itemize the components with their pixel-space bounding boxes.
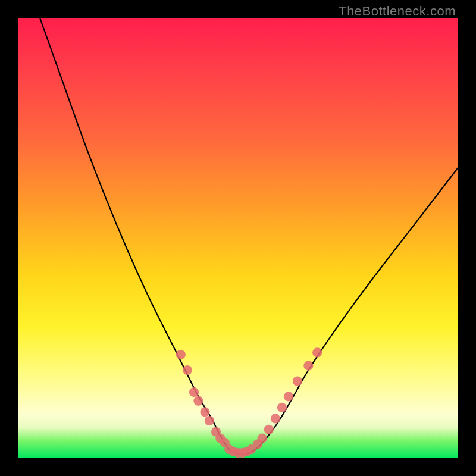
curve-marker [189,387,199,397]
curve-marker [293,376,302,386]
curve-marker [312,347,322,357]
chart-frame: TheBottleneck.com [0,0,476,476]
curve-marker [176,350,186,359]
watermark-text: TheBottleneck.com [339,4,456,19]
v-curve-line [40,18,458,455]
chart-svg [18,18,458,458]
curve-marker [271,414,280,423]
plot-area [18,18,458,458]
curve-marker [205,416,214,425]
curve-marker [183,365,192,375]
curve-marker [200,407,209,416]
curve-marker [264,425,274,434]
curve-marker [193,396,203,406]
curve-marker [284,392,293,401]
curve-marker [277,403,287,412]
curve-marker [303,361,313,371]
curve-markers [176,347,322,458]
curve-marker [258,434,267,443]
